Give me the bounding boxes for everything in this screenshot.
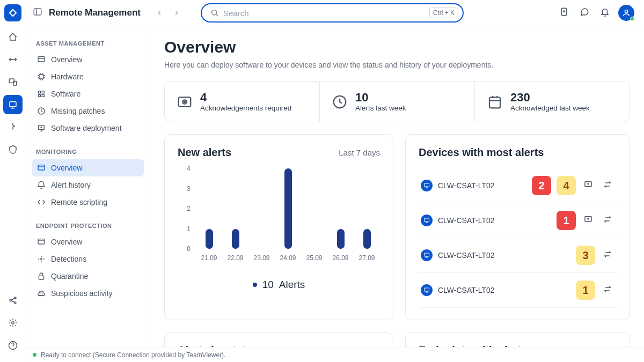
car-icon — [37, 289, 46, 298]
sidebar-item-overview[interactable]: Overview — [32, 233, 144, 250]
sidebar-item-quarantine[interactable]: Quarantine — [32, 268, 144, 285]
svg-rect-21 — [38, 239, 45, 244]
stat-row: 4Acknowledgements required10Alerts last … — [164, 81, 630, 122]
svg-rect-32 — [425, 183, 429, 187]
swap-icon[interactable] — [601, 212, 614, 228]
svg-point-29 — [184, 101, 186, 102]
y-tick: 0 — [187, 245, 191, 253]
svg-rect-17 — [42, 94, 44, 97]
bell-icon[interactable] — [598, 5, 612, 21]
stat-icon — [487, 94, 503, 110]
top-bar: Remote Management Ctrl + K — [26, 0, 644, 26]
stat-card: 10Alerts last week — [319, 82, 474, 122]
sidebar-item-remote-scripting[interactable]: Remote scripting — [32, 194, 144, 211]
stat-icon — [332, 94, 348, 110]
search-field[interactable]: Ctrl + K — [201, 3, 464, 23]
rail-transfer-icon[interactable] — [3, 50, 23, 69]
patch-icon — [37, 107, 46, 115]
devices-panel-title: Devices with most alerts — [419, 146, 544, 159]
search-kbd-hint: Ctrl + K — [429, 8, 458, 18]
toggle-sidebar-icon[interactable] — [33, 7, 42, 19]
svg-rect-37 — [425, 288, 429, 291]
avatar[interactable] — [618, 5, 634, 21]
stat-card: 4Acknowledgements required — [165, 82, 319, 122]
device-name: CLW-CSAT-LT02 — [438, 181, 526, 190]
sidebar-item-suspicious-activity[interactable]: Suspicious activity — [32, 285, 144, 302]
overview-subtitle: Here you can deploy software to your dev… — [164, 61, 630, 69]
search-icon — [210, 9, 219, 17]
chart-bar — [206, 229, 213, 249]
devices-panel: Devices with most alerts CLW-CSAT-LT0224… — [405, 134, 630, 320]
x-label: 25.09 — [302, 254, 327, 262]
nav-forward-icon[interactable] — [170, 6, 184, 20]
rail-workflow-icon[interactable] — [3, 117, 23, 137]
search-input[interactable] — [223, 9, 429, 18]
device-row: CLW-CSAT-LT021 — [419, 273, 617, 308]
rail-devices-icon[interactable] — [3, 72, 23, 92]
sidebar-group-label: ASSET MANAGEMENT — [32, 37, 144, 51]
alert-badge-warning: 4 — [557, 176, 576, 195]
stat-label: Alerts last week — [355, 104, 406, 112]
dashboard-icon — [37, 164, 46, 172]
sidebar-item-missing-patches[interactable]: Missing patches — [32, 102, 144, 120]
sidebar-item-software[interactable]: Software — [32, 85, 144, 102]
sidebar-item-hardware[interactable]: Hardware — [32, 68, 144, 85]
stat-icon — [177, 94, 193, 110]
app-logo-icon[interactable] — [4, 4, 21, 21]
svg-rect-31 — [489, 97, 500, 108]
legend-dot-icon — [253, 283, 257, 287]
rail-remote-management-icon[interactable] — [3, 95, 23, 114]
script-icon — [37, 198, 46, 206]
sidebar-item-label: Hardware — [51, 72, 84, 81]
rail-home-icon[interactable] — [3, 27, 23, 47]
svg-rect-34 — [425, 218, 429, 221]
y-tick: 1 — [187, 225, 191, 233]
chart-bar — [284, 168, 292, 249]
share-screen-icon[interactable] — [581, 178, 595, 194]
stat-label: Acknowledged last week — [510, 104, 590, 112]
y-tick: 2 — [187, 205, 191, 212]
monitor-icon — [421, 249, 433, 261]
sidebar-item-label: Overview — [51, 164, 82, 172]
sidebar-group-label: MONITORING — [32, 145, 144, 159]
dashboard-icon — [37, 55, 46, 64]
chart-legend: 10 Alerts — [178, 279, 380, 291]
svg-point-11 — [625, 10, 627, 13]
y-tick: 3 — [187, 185, 191, 193]
svg-rect-2 — [10, 102, 16, 107]
svg-rect-13 — [39, 75, 43, 79]
share-screen-icon[interactable] — [581, 212, 595, 228]
nav-rail — [0, 0, 26, 362]
chat-icon[interactable] — [577, 5, 591, 21]
rail-settings-icon[interactable] — [3, 313, 23, 333]
svg-point-6 — [12, 322, 14, 324]
alert-badge-critical: 2 — [532, 176, 551, 195]
alert-icon — [37, 181, 46, 189]
sidebar-item-software-deployment[interactable]: Software deployment — [32, 120, 144, 137]
monitor-icon — [421, 284, 433, 296]
svg-point-25 — [40, 295, 40, 295]
legend-count: 10 — [262, 279, 274, 291]
download-icon[interactable] — [557, 5, 571, 21]
rail-share-icon[interactable] — [3, 291, 23, 310]
sidebar-item-overview[interactable]: Overview — [32, 51, 144, 68]
sidebar-group-label: ENDPOINT PROTECTION — [32, 219, 144, 233]
sidebar-item-alert-history[interactable]: Alert history — [32, 176, 144, 194]
svg-point-5 — [14, 302, 16, 304]
rail-help-icon[interactable] — [3, 336, 23, 355]
swap-icon[interactable] — [601, 247, 614, 263]
sidebar-item-overview[interactable]: Overview — [32, 159, 144, 176]
svg-rect-16 — [39, 94, 41, 97]
rail-security-icon[interactable] — [3, 140, 23, 159]
status-text: Ready to connect (Secure Connection prov… — [41, 351, 225, 359]
sidebar-item-detections[interactable]: Detections — [32, 250, 144, 268]
page-title: Remote Management — [49, 8, 141, 18]
swap-icon[interactable] — [601, 282, 614, 298]
swap-icon[interactable] — [601, 178, 614, 194]
device-name: CLW-CSAT-LT02 — [438, 286, 570, 294]
device-row: CLW-CSAT-LT0224 — [419, 168, 617, 203]
stat-label: Acknowledgements required — [200, 104, 291, 112]
nav-back-icon[interactable] — [152, 6, 166, 20]
alert-badge-critical: 1 — [557, 211, 576, 230]
sidebar: ASSET MANAGEMENTOverviewHardwareSoftware… — [26, 26, 150, 362]
